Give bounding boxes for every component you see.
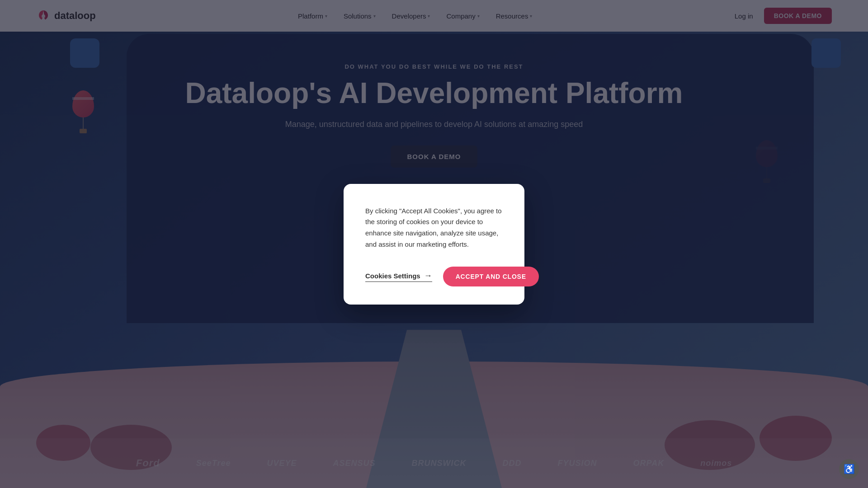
accept-and-close-button[interactable]: ACCEPT AND CLOSE bbox=[443, 267, 539, 286]
arrow-right-icon: → bbox=[424, 271, 432, 281]
cookies-settings-button[interactable]: Cookies Settings → bbox=[365, 271, 432, 282]
cookie-dialog: By clicking "Accept All Cookies", you ag… bbox=[344, 184, 524, 305]
cookie-text: By clicking "Accept All Cookies", you ag… bbox=[365, 206, 503, 250]
cookie-actions: Cookies Settings → ACCEPT AND CLOSE bbox=[365, 267, 503, 286]
accessibility-icon: ♿ bbox=[844, 464, 855, 474]
modal-overlay: By clicking "Accept All Cookies", you ag… bbox=[0, 0, 868, 488]
accessibility-button[interactable]: ♿ bbox=[839, 459, 859, 479]
